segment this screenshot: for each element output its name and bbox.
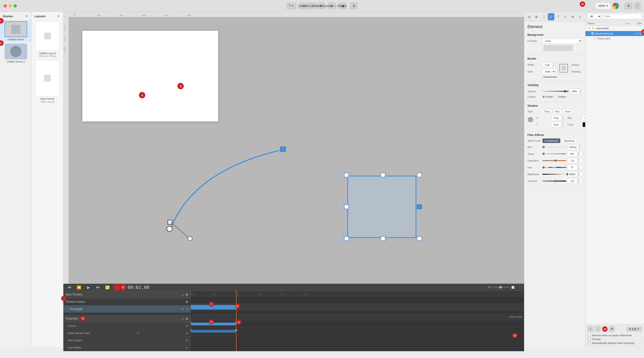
display-visible-option[interactable]: Visible (542, 95, 553, 98)
eye-visibility-btn[interactable]: 👁 (609, 326, 615, 332)
animation-bar-blue[interactable]: 7 (191, 305, 236, 309)
insp-tab-text[interactable]: T (555, 13, 562, 20)
insp-tab-scenes[interactable]: ⊞ (533, 13, 540, 20)
insp-tab-info[interactable]: ℹ (577, 13, 583, 20)
contrast-up[interactable]: ▲ (577, 178, 580, 181)
insp-tab-animate[interactable]: ⟩ (540, 13, 547, 20)
opacity-thumb[interactable] (564, 90, 566, 92)
add-asset-button[interactable]: + (588, 326, 594, 332)
width-add-keyframe[interactable]: ⊕ (186, 346, 188, 349)
shadow-x-up[interactable]: ▲ (561, 115, 564, 118)
timeline-zoom-slider[interactable]: 🎞 ⬜ (488, 286, 514, 289)
scene-item-1[interactable]: Untitled Scene 1 (0, 20, 32, 42)
assets-file-item[interactable]: 🖼 placeholder.png 5.3 KB 13 (586, 31, 644, 36)
saturation-down[interactable]: ▼ (577, 161, 580, 163)
scene-item-2[interactable]: Untitled Scene 2 2 (0, 42, 32, 64)
share-button[interactable]: ⤴ (634, 3, 640, 9)
layout-item-1[interactable]: Untitled Layout 600 px to 768 px (32, 20, 63, 59)
timeline-actions-row[interactable]: Timeline Actions ⊕ (63, 298, 190, 305)
step-forward-button[interactable]: ⏭ (94, 284, 101, 291)
add-scene-button[interactable]: + (25, 14, 29, 18)
timeline-actions-toggle[interactable]: ⊕ (186, 300, 188, 304)
canvas-area[interactable]: 0 100 200 300 400 500 100 200 300 (63, 12, 524, 284)
timeline-playhead[interactable] (236, 291, 236, 351)
shadow-inset-btn[interactable]: Inset (563, 109, 572, 114)
play-button[interactable]: ▶ (85, 284, 92, 291)
hidden-radio[interactable] (555, 95, 558, 98)
sepia-down[interactable]: ▼ (577, 154, 580, 156)
origin-motion-icon[interactable]: ⊞ (137, 331, 139, 334)
opacity-bar[interactable]: 9 (191, 323, 236, 325)
blur-thumb[interactable] (542, 146, 545, 148)
contrast-down[interactable]: ▼ (577, 181, 580, 184)
rewind-button[interactable]: ⏪ (76, 284, 82, 291)
optimize-checkbox[interactable]: ✓ (588, 341, 590, 344)
opacity-up[interactable]: ▲ (579, 89, 582, 91)
insp-tab-element[interactable]: ◻ (548, 13, 554, 20)
assets-filter-select[interactable]: All (588, 14, 601, 19)
timeline-tracks[interactable]: 0 1 2 3 4 5 7 (191, 291, 524, 351)
blur-slider[interactable] (542, 147, 566, 147)
hue-slider[interactable] (542, 167, 566, 168)
shadow-y-down[interactable]: ▼ (561, 125, 564, 127)
opacity-add-keyframe[interactable]: ⊕ (186, 324, 188, 328)
border-style-select[interactable]: Solid (542, 69, 556, 74)
insp-tab-layers[interactable]: ⊟ (526, 13, 532, 20)
properties-add[interactable]: ⊕ (186, 317, 188, 320)
type-tool[interactable]: T ▼ (286, 3, 296, 9)
layer-lock-icon[interactable]: ⊟ (186, 307, 188, 310)
record-button[interactable] (114, 284, 120, 291)
sort-button[interactable]: ▲▼ (625, 22, 630, 25)
settings-button[interactable]: ⚙ (625, 3, 632, 9)
hue-up[interactable]: ▲ (577, 165, 580, 167)
fill-color-swatch[interactable] (543, 45, 573, 51)
saturation-up[interactable]: ▲ (577, 158, 580, 161)
opacity-down[interactable]: ▼ (579, 91, 582, 94)
chrome-browser-icon[interactable] (612, 3, 619, 9)
opacity-slider[interactable] (542, 91, 568, 92)
saturation-stepper[interactable]: 1,0 ▲ ▼ (568, 158, 582, 163)
assets-search-input[interactable] (602, 14, 642, 19)
timeline-section-menu[interactable]: ⊕ (186, 293, 188, 296)
blur-down[interactable]: ▼ (578, 147, 581, 149)
shadow-x-down[interactable]: ▼ (561, 118, 564, 120)
align3-tool[interactable]: ⊟ (350, 3, 358, 9)
rectangle-layer-row[interactable]: Rectangle 👁 ⊟ (63, 305, 190, 313)
timeline-collapse-button[interactable]: ⌄ (182, 293, 184, 296)
blur-up[interactable]: ▲ (578, 144, 581, 147)
preload-checkbox[interactable]: ✓ (588, 338, 590, 340)
close-button[interactable] (4, 4, 7, 8)
shadow-x-stepper[interactable]: 0 px ▲ ▼ (552, 115, 564, 120)
border-width-down[interactable]: ▼ (552, 65, 555, 67)
brightness-up[interactable]: ▲ (577, 172, 580, 174)
border-diagram-preview[interactable] (558, 62, 570, 74)
brightness-thumb[interactable] (566, 173, 568, 175)
assets-folder-item[interactable]: ▼ 📁 placeholder (586, 26, 644, 31)
assets-sub-item[interactable]: Retina @2x (586, 36, 644, 41)
sepia-stepper[interactable]: 0% ▲ ▼ (568, 151, 582, 156)
border-width-stepper[interactable]: 1 px ▲ ▼ (542, 62, 555, 68)
timeline-menu-button[interactable]: ⋮ (518, 285, 521, 289)
insp-tab-pointer[interactable]: ↖ (562, 13, 569, 20)
hue-down[interactable]: ▼ (577, 167, 580, 170)
maximize-button[interactable] (14, 4, 17, 8)
opacity-stepper[interactable]: 83% ▲ ▼ (570, 89, 582, 94)
loop-button[interactable]: 🔁 (104, 284, 111, 291)
foreground-btn[interactable]: Foreground (542, 138, 560, 143)
sepia-thumb[interactable] (542, 153, 545, 155)
fill-style-select[interactable]: Color (542, 38, 582, 44)
brightness-stepper[interactable]: 100% ▲ ▼ (568, 171, 582, 177)
brightness-slider[interactable] (542, 174, 566, 175)
saturation-slider[interactable] (542, 160, 566, 161)
zoom-control[interactable]: 100% ▼ (596, 3, 611, 9)
properties-toggle[interactable]: ⌄ (182, 317, 184, 320)
backdrop-btn[interactable]: Backdrop (562, 138, 577, 143)
sepia-up[interactable]: ▲ (577, 151, 580, 154)
add-layout-button[interactable]: + (56, 14, 60, 18)
remove-unreferenced-checkbox[interactable]: ✓ (588, 334, 590, 337)
contrast-slider[interactable] (542, 181, 566, 182)
canvas-main[interactable]: 3 4 (69, 17, 524, 284)
layout-item-2[interactable]: iPad Portrait 768 px and up (32, 59, 63, 104)
shadow-y-up[interactable]: ▲ (561, 122, 564, 125)
origin-add-keyframe[interactable]: ⊕ (186, 331, 188, 335)
